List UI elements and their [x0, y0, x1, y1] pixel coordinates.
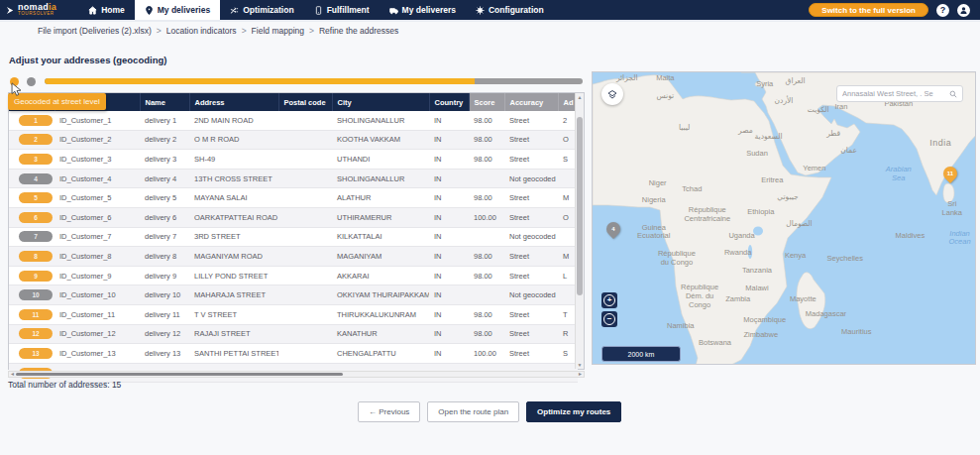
- cell-postal: [278, 247, 332, 267]
- row-rank-badge: 10: [19, 289, 53, 300]
- open-route-plan-button[interactable]: Open the route plan: [427, 401, 519, 422]
- row-rank-badge: 3: [19, 154, 53, 165]
- cell-rank: 5: [9, 188, 54, 208]
- cell-id: ID_Customer_10: [54, 285, 140, 305]
- cell-city: ALATHUR: [332, 188, 429, 208]
- cell-name: delivery 3: [140, 150, 189, 170]
- nav-item-fulfillment[interactable]: Fulfillment: [304, 0, 380, 20]
- breadcrumb-item[interactable]: Location indicators: [166, 26, 237, 36]
- geocoded-cluster-pin[interactable]: 11: [940, 164, 960, 183]
- row-rank-badge: 12: [19, 328, 53, 339]
- cell-address: 3RD STREET: [189, 227, 278, 247]
- not-geocoded-dot[interactable]: [27, 77, 36, 86]
- cell-accuracy: Street: [504, 344, 558, 364]
- table-row[interactable]: 1ID_Customer_1delivery 12ND MAIN ROADSHO…: [9, 111, 578, 130]
- col-header-city[interactable]: City: [332, 93, 429, 111]
- cell-rank: 7: [9, 227, 54, 247]
- table-row[interactable]: 11ID_Customer_11delivery 11T V STREETTHI…: [9, 304, 578, 324]
- table-row[interactable]: 12ID_Customer_12delivery 12RAJAJI STREET…: [9, 324, 578, 344]
- breadcrumb-item[interactable]: File import (Deliveries (2).xlsx): [38, 26, 152, 36]
- cell-accuracy: Street: [504, 324, 558, 344]
- col-header-postal[interactable]: Postal code: [278, 93, 332, 111]
- help-icon: ?: [940, 5, 946, 15]
- scroll-down-icon[interactable]: ▼: [576, 361, 584, 369]
- cell-city: AKKARAI: [332, 266, 429, 285]
- table-row[interactable]: 8ID_Customer_8delivery 8MAGANIYAM ROADMA…: [9, 247, 578, 267]
- cell-address: 2ND MAIN ROAD: [189, 111, 278, 130]
- row-rank-badge: 9: [19, 271, 53, 282]
- cell-name: delivery 2: [140, 130, 189, 150]
- col-header-accuracy[interactable]: Accuracy: [504, 93, 558, 111]
- row-rank-badge: 13: [19, 348, 53, 359]
- table-horizontal-scrollbar[interactable]: ◄ ►: [8, 371, 585, 378]
- cell-rank: 6: [9, 207, 54, 227]
- cell-postal: [278, 304, 332, 324]
- bottom-actions: ← Previous Open the route plan Optimize …: [358, 401, 621, 422]
- nav-item-optimization[interactable]: Optimization: [220, 0, 303, 20]
- map-layers-button[interactable]: [601, 83, 623, 105]
- breadcrumb-separator: >: [157, 26, 162, 36]
- addresses-table: NameAddressPostal codeCityCountryScoreAc…: [8, 92, 585, 370]
- cell-accuracy: Street: [504, 247, 558, 267]
- brand-logo[interactable]: nomadia TOURSOLVER: [0, 0, 66, 20]
- nav-item-label: Optimization: [243, 5, 293, 15]
- map-scale-bar: 2000 km: [601, 346, 681, 362]
- table-row[interactable]: 10ID_Customer_10delivery 10MAHARAJA STRE…: [9, 285, 578, 305]
- cell-accuracy: Not geocoded: [504, 169, 558, 188]
- cell-country: IN: [429, 324, 469, 344]
- map-search-box[interactable]: Annasalai West Street, . Se: [836, 85, 963, 102]
- switch-full-version-button[interactable]: Switch to the full version: [809, 3, 928, 17]
- cell-city: SHOLINGANALLUR: [332, 169, 429, 188]
- cell-name: delivery 4: [140, 169, 189, 188]
- nav-item-configuration[interactable]: Configuration: [466, 0, 554, 20]
- search-icon: [949, 90, 957, 98]
- cell-city: KANATHUR: [332, 324, 429, 344]
- optimize-routes-button[interactable]: Optimize my routes: [526, 401, 621, 422]
- horizontal-scroll-thumb[interactable]: [16, 373, 343, 376]
- map-search-input[interactable]: Annasalai West Street, . Se: [842, 89, 946, 98]
- table-row[interactable]: 4ID_Customer_4delivery 413TH CROSS STREE…: [9, 169, 578, 188]
- previous-button[interactable]: ← Previous: [358, 401, 420, 422]
- vertical-scroll-thumb[interactable]: [577, 117, 583, 295]
- table-row[interactable]: 5ID_Customer_5delivery 5MAYANA SALAIALAT…: [9, 188, 578, 208]
- scroll-up-icon[interactable]: ▲: [576, 93, 584, 101]
- cell-name: delivery 10: [140, 285, 189, 305]
- cell-name: delivery 5: [140, 188, 189, 208]
- cell-city: UTHIRAMERUR: [332, 207, 429, 227]
- nav-item-my-deliverers[interactable]: My deliverers: [380, 0, 466, 20]
- map[interactable]: الجزائرMaltaتونسSyriaالعراقالأردنIranPak…: [592, 71, 976, 365]
- table-row[interactable]: 13ID_Customer_13delivery 13SANTHI PETTAI…: [9, 344, 578, 364]
- cell-postal: [278, 324, 332, 344]
- scroll-right-icon[interactable]: ►: [578, 371, 583, 378]
- nav-item-label: My deliveries: [158, 5, 210, 15]
- nav-item-my-deliveries[interactable]: My deliveries: [135, 0, 220, 20]
- cell-score: 98.00: [469, 304, 504, 324]
- table-row[interactable]: 2ID_Customer_2delivery 2O M R ROADKOOTHA…: [9, 130, 578, 150]
- cell-address: MAYANA SALAI: [189, 188, 278, 208]
- user-menu-button[interactable]: [957, 4, 970, 17]
- help-button[interactable]: ?: [936, 4, 949, 17]
- cell-postal: [278, 130, 332, 150]
- zoom-out-button[interactable]: −: [601, 311, 617, 327]
- cell-rank: 1: [9, 111, 54, 130]
- col-header-score[interactable]: Score: [469, 93, 504, 111]
- zoom-in-button[interactable]: +: [601, 292, 617, 308]
- table-row[interactable]: 3ID_Customer_3delivery 3SH-49UTHANDIIN98…: [9, 150, 578, 170]
- table-row[interactable]: 9ID_Customer_9delivery 9LILLY POND STREE…: [9, 266, 578, 285]
- van-icon: [389, 6, 398, 15]
- breadcrumb-item[interactable]: Field mapping: [252, 26, 304, 36]
- table-vertical-scrollbar[interactable]: ▲ ▼: [575, 93, 584, 369]
- table-row[interactable]: 7ID_Customer_7delivery 73RD STREETKILKAT…: [9, 227, 578, 247]
- cell-city: UTHANDI: [332, 150, 429, 170]
- col-header-country[interactable]: Country: [429, 93, 469, 111]
- cell-id: ID_Customer_8: [54, 247, 140, 267]
- breadcrumb: File import (Deliveries (2).xlsx)>Locati…: [38, 26, 398, 36]
- col-header-address[interactable]: Address: [189, 93, 278, 111]
- scroll-left-icon[interactable]: ◄: [10, 371, 15, 378]
- table-row[interactable]: 6ID_Customer_6delivery 6OARKATPATTEAI RO…: [9, 207, 578, 227]
- cell-id: ID_Customer_11: [54, 304, 140, 324]
- col-header-name[interactable]: Name: [140, 93, 189, 111]
- nav-item-home[interactable]: Home: [78, 0, 135, 20]
- breadcrumb-item[interactable]: Refine the addresses: [319, 26, 398, 36]
- breadcrumb-separator: >: [242, 26, 247, 36]
